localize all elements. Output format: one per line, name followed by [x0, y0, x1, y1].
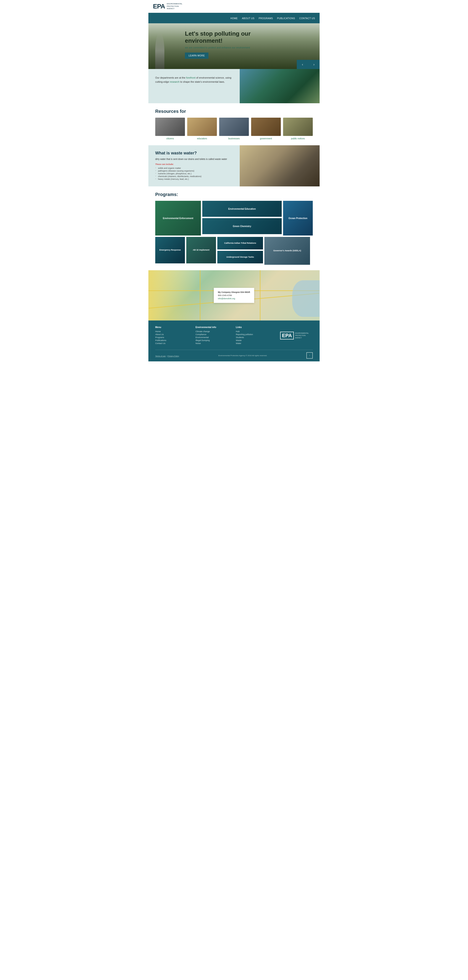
hero-section: Let's stop polluting our environment! we…: [148, 23, 320, 69]
waste-item-3: chemicals (cleaners, disinfectants, medi…: [155, 175, 235, 178]
government-label: government: [251, 137, 281, 140]
nav-about[interactable]: ABOUT US: [242, 17, 255, 20]
footer-climate-link[interactable]: Climate change: [196, 330, 232, 332]
map-road-v2: [260, 270, 260, 320]
businesses-image: [219, 118, 249, 136]
programs-right-sub: Environmental Education Green Chemistry: [202, 201, 282, 234]
programs-main-grid: Environmental Enforcement Environmental …: [155, 201, 313, 235]
info-text-3: to shape the state's environmental laws.: [179, 80, 225, 83]
businesses-label: businesses: [219, 137, 249, 140]
footer-students-link[interactable]: Students: [236, 336, 273, 339]
forefront-link[interactable]: forefront: [186, 76, 195, 79]
footer-reporting-link[interactable]: Reporting pollution: [236, 333, 273, 336]
footer-environmental-link[interactable]: Environmental: [196, 336, 232, 339]
footer-programs-link[interactable]: Programs: [155, 336, 192, 339]
footer-hub-link[interactable]: Hub: [236, 330, 273, 332]
nav-publications[interactable]: PUBLICATIONS: [277, 17, 295, 20]
resource-businesses[interactable]: businesses: [219, 118, 249, 140]
epa-logo-text: EPA: [153, 3, 165, 10]
programs-section: Programs: Environmental Enforcement Envi…: [148, 186, 320, 270]
nav-contact[interactable]: CONTACT US: [299, 17, 315, 20]
waste-desc: dirty water that is sent down our drains…: [155, 158, 235, 161]
programs-title: Programs:: [155, 192, 313, 197]
educators-image: [187, 118, 217, 136]
research-link[interactable]: research: [170, 80, 180, 83]
footer-epa-logo: EPA: [280, 332, 294, 339]
footer-home-link[interactable]: Home: [155, 330, 192, 332]
footer-menu-title: Menu: [155, 326, 192, 328]
footer-env-col: Environmental info Climate change Compli…: [196, 326, 232, 345]
footer-logo-col: EPA ENVIRONMENTAL PROTECTION AGENCY: [276, 326, 313, 345]
waste-item-0: solids and organic matter: [155, 167, 235, 170]
scroll-top-button[interactable]: ↑: [306, 352, 313, 359]
emergency-card[interactable]: Emergency Response: [155, 237, 185, 263]
underground-card[interactable]: Underground Storage Tanks: [217, 251, 263, 263]
enforcement-card[interactable]: Environmental Enforcement: [155, 201, 201, 235]
ocean-label: Ocean Protection: [289, 217, 308, 220]
waste-list: solids and organic matter pathogens (dis…: [155, 167, 235, 180]
footer-copyright: Environmental Protection Agency © 2016 A…: [218, 355, 267, 356]
waste-title: What is waste water?: [155, 151, 235, 156]
resources-grid: citizens educators businesses government…: [155, 118, 313, 140]
footer-publications-link[interactable]: Publications: [155, 339, 192, 342]
footer-env-title: Environmental info: [196, 326, 232, 328]
tribal-card[interactable]: California Indian Tribal Relations: [217, 237, 263, 250]
learn-more-button[interactable]: LEARN MORE: [185, 52, 208, 59]
footer-dumping-link[interactable]: Illegal Dumping: [196, 339, 232, 342]
citizens-image: [155, 118, 185, 136]
header: EPA ENVIRONMENTAL PROTECTION AGENCY: [148, 0, 320, 13]
map-section: My Company Glasgow D04 89GR 800-2345-678…: [148, 270, 320, 320]
emergency-label: Emergency Response: [159, 249, 181, 251]
logo-subtitle: ENVIRONMENTAL PROTECTION AGENCY: [167, 3, 182, 10]
terms-link[interactable]: Terms of use: [155, 355, 166, 357]
navigation: HOME ABOUT US PROGRAMS PUBLICATIONS CONT…: [148, 13, 320, 23]
waste-section: What is waste water? dirty water that is…: [148, 145, 320, 186]
enforcement-label: Environmental Enforcement: [163, 217, 193, 220]
footer-noise-link[interactable]: Noise: [196, 342, 232, 345]
resource-government[interactable]: government: [251, 118, 281, 140]
footer-links-title: Links: [236, 326, 273, 328]
resource-citizens[interactable]: citizens: [155, 118, 185, 140]
hero-content: Let's stop polluting our environment! we…: [148, 23, 320, 63]
citizens-label: citizens: [155, 137, 185, 140]
footer-links-col: Links Hub Reporting pollution Students W…: [236, 326, 273, 345]
ab32-card[interactable]: AB 32 Implement: [186, 237, 216, 263]
footer-water-link[interactable]: Water: [236, 342, 273, 345]
underground-label: Underground Storage Tanks: [227, 256, 254, 259]
info-text-1: Our departments are at the: [155, 76, 186, 79]
footer: Menu Home About Us Programs Publications…: [148, 320, 320, 361]
waste-text: What is waste water? dirty water that is…: [148, 145, 240, 186]
resources-section: Resources for citizens educators busines…: [148, 103, 320, 145]
green-chem-card[interactable]: Green Chemistry: [202, 218, 282, 234]
env-edu-card[interactable]: Environmental Education: [202, 201, 282, 217]
ocean-card[interactable]: Ocean Protection: [283, 201, 313, 235]
waste-image: [240, 145, 320, 186]
nav-programs[interactable]: PROGRAMS: [259, 17, 273, 20]
map-email[interactable]: info@demolink.org: [218, 298, 250, 300]
info-image: [240, 69, 320, 103]
waste-item-1: pathogens (disease causing organisms): [155, 170, 235, 172]
logo[interactable]: EPA ENVIRONMENTAL PROTECTION AGENCY: [153, 3, 182, 10]
footer-contact-link[interactable]: Contact Us: [155, 342, 192, 345]
map-water: [292, 280, 320, 317]
hero-subtitle: we are committed to protect and enhance …: [185, 46, 283, 49]
env-edu-label: Environmental Education: [228, 207, 256, 210]
governor-label: Governor's Awards (GEELA): [273, 250, 301, 252]
map-road-vertical: [200, 270, 200, 320]
prog-sub-right: California Indian Tribal Relations Under…: [217, 237, 263, 263]
resource-public[interactable]: public notices: [283, 118, 313, 140]
privacy-link[interactable]: Privacy Policy: [168, 355, 179, 357]
waste-item-2: nutrients (nitrogen, phosphorus, etc.): [155, 172, 235, 175]
footer-compliance-link[interactable]: Compliance: [196, 333, 232, 336]
footer-legal: Terms of use | Privacy Policy: [155, 353, 179, 358]
nav-home[interactable]: HOME: [230, 17, 238, 20]
green-chem-label: Green Chemistry: [233, 225, 251, 228]
footer-about-link[interactable]: About Us: [155, 333, 192, 336]
info-section: Our departments are at the forefront of …: [148, 69, 320, 103]
governor-card[interactable]: Governor's Awards (GEELA): [264, 237, 310, 265]
ab32-label: AB 32 Implement: [193, 249, 209, 251]
footer-menu-col: Menu Home About Us Programs Publications…: [155, 326, 192, 345]
footer-waste-link[interactable]: Waste: [236, 339, 273, 342]
resource-educators[interactable]: educators: [187, 118, 217, 140]
public-label: public notices: [283, 137, 313, 140]
